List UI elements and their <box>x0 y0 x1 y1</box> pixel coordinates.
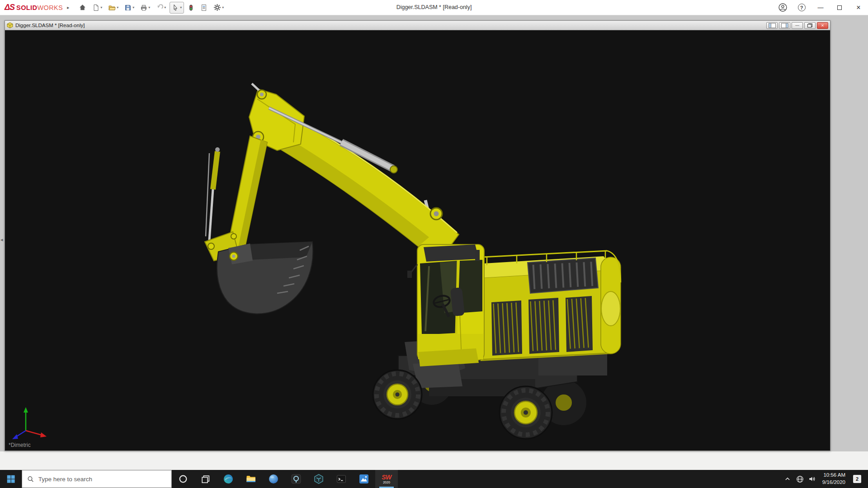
photos-app-button[interactable] <box>353 470 375 488</box>
dropdown-icon[interactable]: ▾ <box>164 5 166 9</box>
dropdown-icon[interactable]: ▾ <box>100 5 102 9</box>
select-tool-button[interactable]: ▾ <box>170 2 184 14</box>
document-title: Digger.SLDASM * [Read-only] <box>15 23 85 28</box>
help-button[interactable]: ? <box>792 0 811 15</box>
notification-count-badge[interactable]: 2 <box>853 475 861 483</box>
cortana-icon <box>178 474 188 484</box>
cortana-button[interactable] <box>172 470 194 488</box>
start-button[interactable] <box>0 470 22 488</box>
solidworks-logo: ΔS SOLID WORKS ▸ <box>0 3 69 12</box>
edge-button[interactable] <box>217 470 240 488</box>
clock-time: 10:56 AM <box>822 472 845 479</box>
windows-logo-icon <box>6 474 16 484</box>
new-document-icon <box>92 4 99 11</box>
excavator-cab[interactable] <box>407 244 484 366</box>
restore-icon <box>807 23 812 28</box>
doc-close-button[interactable]: × <box>817 22 828 29</box>
hexagon-app-button[interactable] <box>307 470 330 488</box>
task-view-icon <box>201 474 211 484</box>
windows-taskbar: SW 2020 10:56 AM 9/16/202 <box>0 470 868 488</box>
select-arrow-icon <box>172 4 179 11</box>
split-pane-right-icon <box>781 23 788 28</box>
document-window: Digger.SLDASM * [Read-only] — <box>5 20 830 451</box>
pane-toggle-left-button[interactable] <box>766 22 778 29</box>
gear-icon <box>213 4 221 11</box>
taskbar-clock[interactable]: 10:56 AM 9/16/2020 <box>818 472 849 486</box>
close-icon: × <box>821 23 824 28</box>
doc-restore-button[interactable] <box>804 22 816 29</box>
solidworks-taskbar-button[interactable]: SW 2020 <box>375 470 398 488</box>
orientation-triad <box>12 407 47 439</box>
doc-minimize-button[interactable]: — <box>792 22 803 29</box>
browser-button[interactable] <box>262 470 285 488</box>
excavator-3d-model[interactable] <box>5 30 830 450</box>
app-titlebar: ΔS SOLID WORKS ▸ ▾ ▾ <box>0 0 868 15</box>
speaker-icon <box>807 474 816 483</box>
account-icon <box>778 3 787 12</box>
search-icon <box>27 475 34 483</box>
minimize-icon: — <box>818 4 824 11</box>
close-button[interactable]: × <box>849 0 868 15</box>
dropdown-icon[interactable]: ▾ <box>222 5 224 9</box>
dropdown-icon[interactable]: ▾ <box>117 5 118 9</box>
search-input[interactable] <box>38 476 166 483</box>
options-button[interactable]: ▾ <box>211 2 226 14</box>
dropdown-icon[interactable]: ▾ <box>148 5 150 9</box>
network-button[interactable] <box>794 470 806 488</box>
status-bar <box>0 451 868 470</box>
dassault-logo-mark: ΔS <box>5 3 14 12</box>
dropdown-icon[interactable]: ▾ <box>180 5 182 9</box>
save-button[interactable]: ▾ <box>122 2 137 14</box>
photos-app-icon <box>359 474 369 484</box>
hexagon-app-icon <box>313 474 324 484</box>
home-button[interactable] <box>76 2 89 14</box>
dropdown-icon[interactable]: ▾ <box>132 5 134 9</box>
document-window-controls: — × <box>766 22 828 29</box>
file-explorer-button[interactable] <box>240 470 262 488</box>
rebuild-traffic-light-icon <box>188 4 194 11</box>
home-icon <box>79 4 86 11</box>
excavator-bucket[interactable] <box>217 242 313 314</box>
undo-icon <box>156 4 163 11</box>
brand-works: WORKS <box>37 4 63 11</box>
open-button[interactable]: ▾ <box>106 2 121 14</box>
view-orientation-label: *Dimetric <box>9 442 31 448</box>
close-icon: × <box>856 4 860 12</box>
brand-solid: SOLID <box>16 4 37 11</box>
volume-button[interactable] <box>806 470 818 488</box>
print-button[interactable]: ▾ <box>138 2 152 14</box>
excavator-engine-body[interactable] <box>478 251 621 361</box>
quick-access-toolbar: ▾ ▾ ▾ ▾ <box>76 2 226 14</box>
tray-expand-button[interactable] <box>782 470 794 488</box>
minimize-icon: — <box>795 23 799 28</box>
dark-round-app-button[interactable] <box>285 470 307 488</box>
collapse-panel-arrow[interactable]: ◂ <box>0 237 3 243</box>
help-icon: ? <box>798 4 806 11</box>
file-properties-button[interactable] <box>198 2 210 14</box>
dark-circle-app-icon <box>291 474 302 484</box>
maximize-icon <box>837 5 842 10</box>
taskbar-search[interactable] <box>22 470 172 488</box>
excavator-boom[interactable] <box>249 84 459 263</box>
minimize-button[interactable]: — <box>811 0 830 15</box>
app-window-controls: ? — × <box>773 0 868 15</box>
3d-viewport[interactable]: *Dimetric <box>5 30 830 450</box>
blue-sphere-app-icon <box>268 474 279 484</box>
save-icon <box>124 4 132 11</box>
maximize-button[interactable] <box>830 0 849 15</box>
assembly-document-icon <box>7 22 13 28</box>
new-document-button[interactable]: ▾ <box>90 2 104 14</box>
app-window-title: Digger.SLDASM * [Read-only] <box>396 4 472 10</box>
account-button[interactable] <box>773 0 792 15</box>
task-view-button[interactable] <box>194 470 217 488</box>
file-explorer-icon <box>245 474 256 484</box>
file-properties-icon <box>200 4 208 11</box>
breadcrumb-arrow-icon[interactable]: ▸ <box>67 5 69 10</box>
pane-toggle-right-button[interactable] <box>779 22 790 29</box>
undo-button[interactable]: ▾ <box>154 2 168 14</box>
print-icon <box>140 4 147 11</box>
terminal-app-button[interactable] <box>330 470 353 488</box>
document-titlebar[interactable]: Digger.SLDASM * [Read-only] — <box>5 21 830 30</box>
network-globe-icon <box>796 475 804 483</box>
rebuild-button[interactable] <box>185 2 197 14</box>
